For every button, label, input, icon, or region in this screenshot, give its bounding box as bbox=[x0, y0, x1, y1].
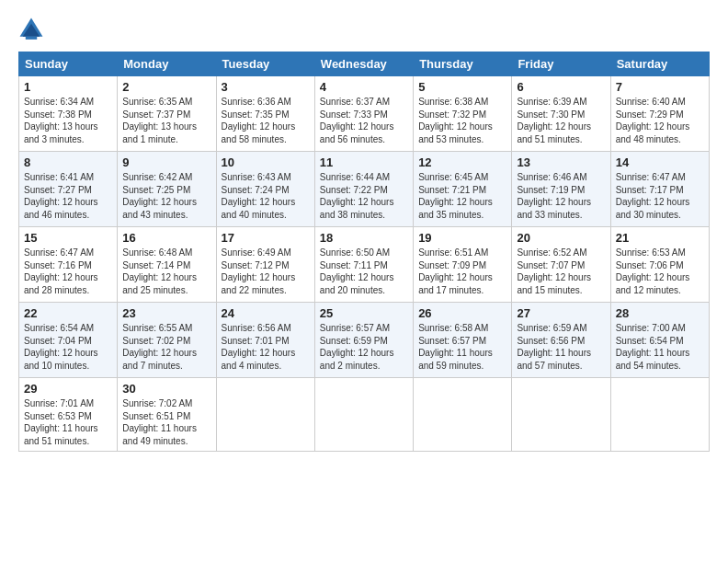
day-info: Sunrise: 6:56 AMSunset: 7:01 PMDaylight:… bbox=[222, 322, 310, 372]
day-number: 13 bbox=[517, 155, 605, 169]
day-number: 18 bbox=[320, 231, 408, 245]
day-info: Sunrise: 6:35 AMSunset: 7:37 PMDaylight:… bbox=[122, 96, 210, 145]
calendar-cell: 21Sunrise: 6:53 AMSunset: 7:06 PMDayligh… bbox=[610, 227, 709, 303]
day-info: Sunrise: 6:52 AMSunset: 7:07 PMDaylight:… bbox=[517, 247, 605, 296]
calendar-cell bbox=[610, 378, 709, 452]
day-number: 17 bbox=[222, 231, 310, 245]
day-info: Sunrise: 7:02 AMSunset: 6:51 PMDaylight:… bbox=[122, 397, 210, 447]
calendar-cell: 9Sunrise: 6:42 AMSunset: 7:25 PMDaylight… bbox=[118, 152, 216, 227]
calendar-cell: 4Sunrise: 6:37 AMSunset: 7:33 PMDaylight… bbox=[314, 76, 413, 152]
day-info: Sunrise: 6:47 AMSunset: 7:17 PMDaylight:… bbox=[616, 171, 704, 221]
calendar-cell: 18Sunrise: 6:50 AMSunset: 7:11 PMDayligh… bbox=[314, 227, 413, 303]
day-number: 30 bbox=[122, 382, 210, 396]
calendar-cell bbox=[314, 378, 413, 452]
day-info: Sunrise: 6:50 AMSunset: 7:11 PMDaylight:… bbox=[320, 247, 408, 296]
day-info: Sunrise: 6:45 AMSunset: 7:21 PMDaylight:… bbox=[418, 171, 506, 221]
day-info: Sunrise: 6:44 AMSunset: 7:22 PMDaylight:… bbox=[320, 171, 408, 221]
day-info: Sunrise: 6:53 AMSunset: 7:06 PMDaylight:… bbox=[616, 247, 704, 296]
day-number: 9 bbox=[122, 155, 210, 169]
col-header-saturday: Saturday bbox=[610, 52, 709, 76]
calendar-cell: 16Sunrise: 6:48 AMSunset: 7:14 PMDayligh… bbox=[118, 227, 216, 303]
day-number: 16 bbox=[122, 231, 210, 245]
logo bbox=[18, 17, 48, 42]
calendar-cell: 13Sunrise: 6:46 AMSunset: 7:19 PMDayligh… bbox=[512, 152, 610, 227]
day-number: 25 bbox=[320, 306, 408, 320]
day-number: 27 bbox=[517, 306, 605, 320]
day-number: 20 bbox=[517, 231, 605, 245]
calendar-cell: 3Sunrise: 6:36 AMSunset: 7:35 PMDaylight… bbox=[216, 76, 314, 152]
calendar-cell: 29Sunrise: 7:01 AMSunset: 6:53 PMDayligh… bbox=[19, 378, 118, 452]
calendar-cell: 30Sunrise: 7:02 AMSunset: 6:51 PMDayligh… bbox=[118, 378, 216, 452]
calendar-cell bbox=[512, 378, 610, 452]
day-info: Sunrise: 6:42 AMSunset: 7:25 PMDaylight:… bbox=[122, 171, 210, 221]
calendar-cell: 7Sunrise: 6:40 AMSunset: 7:29 PMDaylight… bbox=[610, 76, 709, 152]
calendar-cell: 27Sunrise: 6:59 AMSunset: 6:56 PMDayligh… bbox=[512, 303, 610, 378]
calendar-cell: 28Sunrise: 7:00 AMSunset: 6:54 PMDayligh… bbox=[610, 303, 709, 378]
page: SundayMondayTuesdayWednesdayThursdayFrid… bbox=[0, 0, 728, 461]
day-number: 24 bbox=[222, 306, 310, 320]
header bbox=[18, 17, 710, 42]
calendar-cell: 20Sunrise: 6:52 AMSunset: 7:07 PMDayligh… bbox=[512, 227, 610, 303]
day-number: 12 bbox=[418, 155, 506, 169]
day-number: 7 bbox=[616, 80, 704, 94]
day-number: 6 bbox=[517, 80, 605, 94]
day-info: Sunrise: 6:38 AMSunset: 7:32 PMDaylight:… bbox=[418, 96, 506, 145]
day-info: Sunrise: 6:47 AMSunset: 7:16 PMDaylight:… bbox=[24, 247, 112, 296]
day-number: 21 bbox=[616, 231, 704, 245]
day-info: Sunrise: 6:46 AMSunset: 7:19 PMDaylight:… bbox=[517, 171, 605, 221]
col-header-monday: Monday bbox=[118, 52, 216, 76]
col-header-friday: Friday bbox=[512, 52, 610, 76]
calendar-cell: 17Sunrise: 6:49 AMSunset: 7:12 PMDayligh… bbox=[216, 227, 314, 303]
day-number: 4 bbox=[320, 80, 408, 94]
day-info: Sunrise: 6:55 AMSunset: 7:02 PMDaylight:… bbox=[122, 322, 210, 372]
calendar-cell: 2Sunrise: 6:35 AMSunset: 7:37 PMDaylight… bbox=[118, 76, 216, 152]
day-number: 2 bbox=[122, 80, 210, 94]
calendar-cell bbox=[216, 378, 314, 452]
day-number: 5 bbox=[418, 80, 506, 94]
day-info: Sunrise: 6:58 AMSunset: 6:57 PMDaylight:… bbox=[418, 322, 506, 372]
day-info: Sunrise: 7:00 AMSunset: 6:54 PMDaylight:… bbox=[616, 322, 704, 372]
day-info: Sunrise: 6:57 AMSunset: 6:59 PMDaylight:… bbox=[320, 322, 408, 372]
calendar-cell: 26Sunrise: 6:58 AMSunset: 6:57 PMDayligh… bbox=[414, 303, 512, 378]
calendar-cell: 1Sunrise: 6:34 AMSunset: 7:38 PMDaylight… bbox=[19, 76, 118, 152]
col-header-tuesday: Tuesday bbox=[216, 52, 314, 76]
calendar-table: SundayMondayTuesdayWednesdayThursdayFrid… bbox=[18, 52, 710, 452]
calendar-cell: 23Sunrise: 6:55 AMSunset: 7:02 PMDayligh… bbox=[118, 303, 216, 378]
calendar-cell bbox=[414, 378, 512, 452]
calendar-cell: 5Sunrise: 6:38 AMSunset: 7:32 PMDaylight… bbox=[414, 76, 512, 152]
header-row: SundayMondayTuesdayWednesdayThursdayFrid… bbox=[19, 52, 710, 76]
day-number: 1 bbox=[24, 80, 112, 94]
day-info: Sunrise: 6:43 AMSunset: 7:24 PMDaylight:… bbox=[222, 171, 310, 221]
day-number: 28 bbox=[616, 306, 704, 320]
day-number: 22 bbox=[24, 306, 112, 320]
day-info: Sunrise: 6:49 AMSunset: 7:12 PMDaylight:… bbox=[222, 247, 310, 296]
day-number: 11 bbox=[320, 155, 408, 169]
calendar-cell: 6Sunrise: 6:39 AMSunset: 7:30 PMDaylight… bbox=[512, 76, 610, 152]
day-number: 26 bbox=[418, 306, 506, 320]
day-number: 10 bbox=[222, 155, 310, 169]
calendar-cell: 8Sunrise: 6:41 AMSunset: 7:27 PMDaylight… bbox=[19, 152, 118, 227]
day-number: 3 bbox=[222, 80, 310, 94]
day-number: 15 bbox=[24, 231, 112, 245]
col-header-sunday: Sunday bbox=[19, 52, 118, 76]
calendar-cell: 25Sunrise: 6:57 AMSunset: 6:59 PMDayligh… bbox=[314, 303, 413, 378]
day-info: Sunrise: 6:39 AMSunset: 7:30 PMDaylight:… bbox=[517, 96, 605, 145]
day-info: Sunrise: 6:36 AMSunset: 7:35 PMDaylight:… bbox=[222, 96, 310, 145]
day-info: Sunrise: 7:01 AMSunset: 6:53 PMDaylight:… bbox=[24, 397, 112, 447]
calendar-cell: 14Sunrise: 6:47 AMSunset: 7:17 PMDayligh… bbox=[610, 152, 709, 227]
day-info: Sunrise: 6:40 AMSunset: 7:29 PMDaylight:… bbox=[616, 96, 704, 145]
calendar-cell: 10Sunrise: 6:43 AMSunset: 7:24 PMDayligh… bbox=[216, 152, 314, 227]
calendar-cell: 12Sunrise: 6:45 AMSunset: 7:21 PMDayligh… bbox=[414, 152, 512, 227]
day-number: 19 bbox=[418, 231, 506, 245]
calendar-cell: 11Sunrise: 6:44 AMSunset: 7:22 PMDayligh… bbox=[314, 152, 413, 227]
calendar-cell: 24Sunrise: 6:56 AMSunset: 7:01 PMDayligh… bbox=[216, 303, 314, 378]
col-header-thursday: Thursday bbox=[414, 52, 512, 76]
calendar-cell: 22Sunrise: 6:54 AMSunset: 7:04 PMDayligh… bbox=[19, 303, 118, 378]
day-number: 8 bbox=[24, 155, 112, 169]
day-info: Sunrise: 6:34 AMSunset: 7:38 PMDaylight:… bbox=[24, 96, 112, 145]
svg-rect-2 bbox=[26, 37, 37, 40]
day-info: Sunrise: 6:37 AMSunset: 7:33 PMDaylight:… bbox=[320, 96, 408, 145]
col-header-wednesday: Wednesday bbox=[314, 52, 413, 76]
calendar-cell: 15Sunrise: 6:47 AMSunset: 7:16 PMDayligh… bbox=[19, 227, 118, 303]
day-number: 23 bbox=[122, 306, 210, 320]
